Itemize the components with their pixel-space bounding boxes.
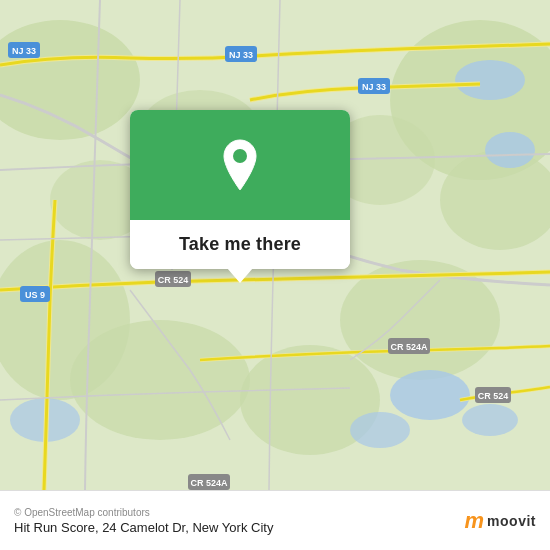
- moovit-logo: m moovit: [465, 508, 536, 534]
- location-label: Hit Run Score, 24 Camelot Dr, New York C…: [14, 520, 273, 535]
- svg-text:CR 524: CR 524: [158, 275, 189, 285]
- svg-text:NJ 33: NJ 33: [362, 82, 386, 92]
- moovit-m-icon: m: [465, 508, 484, 534]
- popup-green-header: [130, 110, 350, 220]
- map-container[interactable]: NJ 33 NJ 33 NJ 33 CR 524 CR 524A CR 524 …: [0, 0, 550, 490]
- popup: Take me there: [130, 110, 350, 269]
- moovit-wordmark: moovit: [487, 513, 536, 529]
- svg-text:CR 524: CR 524: [478, 391, 509, 401]
- bottom-bar: © OpenStreetMap contributors Hit Run Sco…: [0, 490, 550, 550]
- svg-point-6: [70, 320, 250, 440]
- svg-point-12: [485, 132, 535, 168]
- location-pin-icon: [218, 138, 262, 192]
- map-attribution: © OpenStreetMap contributors: [14, 507, 273, 518]
- svg-text:CR 524A: CR 524A: [390, 342, 428, 352]
- svg-text:NJ 33: NJ 33: [12, 46, 36, 56]
- svg-point-14: [350, 412, 410, 448]
- bottom-left: © OpenStreetMap contributors Hit Run Sco…: [14, 507, 273, 535]
- svg-text:CR 524A: CR 524A: [190, 478, 228, 488]
- svg-text:NJ 33: NJ 33: [229, 50, 253, 60]
- svg-point-13: [390, 370, 470, 420]
- svg-point-15: [462, 404, 518, 436]
- svg-point-33: [233, 149, 247, 163]
- svg-point-11: [455, 60, 525, 100]
- take-me-there-button[interactable]: Take me there: [130, 220, 350, 269]
- svg-text:US 9: US 9: [25, 290, 45, 300]
